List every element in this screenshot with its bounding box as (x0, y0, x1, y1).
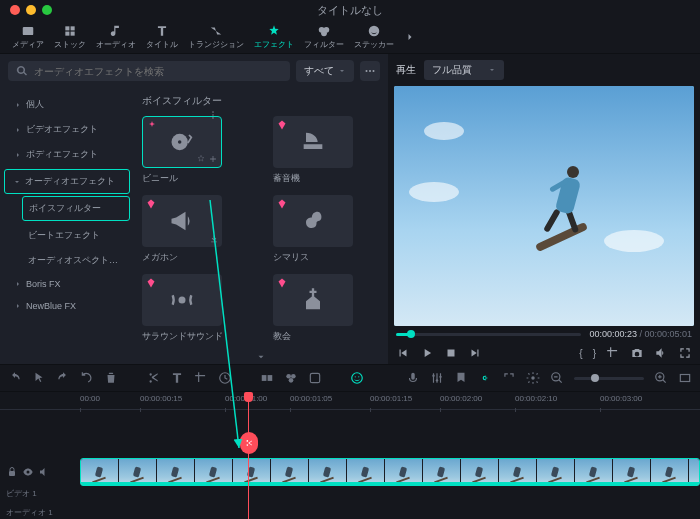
titlebar: タイトルなし (0, 0, 700, 20)
sidebar-item-personal[interactable]: 個人 (0, 92, 134, 117)
mark-out[interactable]: } (593, 348, 596, 359)
mic-icon[interactable] (406, 371, 420, 385)
diamond-badge-icon (276, 119, 288, 131)
sidebar-item-video-effect[interactable]: ビデオエフェクト (0, 117, 134, 142)
time-ruler[interactable]: 00:00 00:00:00:15 00:00:01:00 00:00:01:0… (0, 392, 700, 410)
marker-icon[interactable] (454, 371, 468, 385)
more-vert-icon[interactable] (208, 110, 218, 120)
tabs-more-icon[interactable] (404, 31, 416, 43)
effect-thumb-chipmunk[interactable]: シマリス (273, 195, 380, 264)
add-icon[interactable] (208, 154, 218, 164)
sparkle-badge-icon (146, 120, 158, 132)
star-icon[interactable] (196, 154, 206, 164)
tab-audio[interactable]: オーディオ (92, 22, 140, 52)
mixer-icon[interactable] (430, 371, 444, 385)
search-input[interactable] (34, 66, 282, 77)
svg-point-10 (375, 28, 377, 30)
filter-dropdown[interactable]: すべて (296, 60, 354, 82)
progress-bar[interactable]: 00:00:00:23 / 00:00:05:01 (394, 326, 694, 342)
color-icon[interactable] (284, 371, 298, 385)
close-window[interactable] (10, 5, 20, 15)
delete-icon[interactable] (104, 371, 118, 385)
tab-transition[interactable]: トランジション (184, 22, 248, 52)
church-icon (299, 286, 327, 314)
sidebar-item-beat-effect[interactable]: ビートエフェクト (0, 223, 134, 248)
eye-icon[interactable] (22, 466, 34, 478)
undo2-icon[interactable] (80, 371, 94, 385)
effect-thumb-gramophone[interactable]: 蓄音機 (273, 116, 380, 185)
svg-point-15 (178, 140, 182, 144)
split-handle[interactable] (240, 432, 258, 454)
more-options[interactable] (360, 61, 380, 81)
tab-filter[interactable]: フィルター (300, 22, 348, 52)
timeline[interactable]: 00:00 00:00:00:15 00:00:01:00 00:00:01:0… (0, 392, 700, 519)
next-frame-icon[interactable] (468, 346, 482, 360)
tab-stock[interactable]: ストック (50, 22, 90, 52)
link-icon[interactable] (478, 371, 492, 385)
zoom-out-icon[interactable] (550, 371, 564, 385)
sidebar-item-voice-filter[interactable]: ボイスフィルター (22, 196, 130, 221)
minimize-window[interactable] (26, 5, 36, 15)
effect-thumb-church[interactable]: 教会 (273, 274, 380, 343)
mark-in[interactable]: { (579, 348, 582, 359)
fit-icon[interactable] (678, 371, 692, 385)
settings-icon[interactable] (526, 371, 540, 385)
crop2-icon[interactable] (194, 371, 208, 385)
mute-icon[interactable] (38, 466, 50, 478)
pointer-icon[interactable] (32, 371, 46, 385)
download-icon[interactable] (209, 234, 219, 244)
fullscreen-icon[interactable] (678, 346, 692, 360)
expand-icon[interactable] (502, 371, 516, 385)
tab-media[interactable]: メディア (8, 22, 48, 52)
redo-icon[interactable] (56, 371, 70, 385)
text-icon[interactable] (170, 371, 184, 385)
lock-icon[interactable] (6, 466, 18, 478)
maximize-window[interactable] (42, 5, 52, 15)
search-input-wrap[interactable] (8, 61, 290, 81)
svg-rect-38 (9, 471, 15, 476)
scissors-icon[interactable] (146, 371, 160, 385)
sidebar-item-body-effect[interactable]: ボディエフェクト (0, 142, 134, 167)
crop-icon[interactable] (606, 346, 620, 360)
video-clip[interactable]: user guide (80, 458, 700, 486)
chevron-down-icon[interactable] (254, 352, 268, 362)
zoom-slider[interactable] (574, 377, 644, 380)
volume-icon[interactable] (654, 346, 668, 360)
svg-point-28 (352, 373, 363, 384)
vinyl-icon (168, 128, 196, 156)
svg-point-9 (371, 28, 373, 30)
smiley-icon[interactable] (350, 371, 364, 385)
snapshot-icon[interactable] (630, 346, 644, 360)
surround-icon (168, 286, 196, 314)
mask-icon[interactable] (308, 371, 322, 385)
stop-icon[interactable] (444, 346, 458, 360)
speed-icon[interactable] (218, 371, 232, 385)
player-controls: { } (394, 342, 694, 364)
video-track[interactable]: user guide (0, 456, 700, 488)
playhead[interactable] (248, 392, 249, 519)
effect-thumb-megaphone[interactable]: メガホン (142, 195, 249, 264)
tab-sticker[interactable]: ステッカー (350, 22, 398, 52)
tab-effect[interactable]: エフェクト (250, 22, 298, 52)
effect-thumb-vinyl[interactable]: ビニール (142, 116, 249, 185)
sidebar-item-newbluefx[interactable]: NewBlue FX (0, 295, 134, 317)
sidebar-item-borisfx[interactable]: Boris FX (0, 273, 134, 295)
group-icon[interactable] (260, 371, 274, 385)
tab-title[interactable]: タイトル (142, 22, 182, 52)
effect-thumb-surround[interactable]: サラウンドサウンド (142, 274, 249, 343)
svg-rect-1 (65, 26, 69, 30)
play-icon[interactable] (420, 346, 434, 360)
quality-dropdown[interactable]: フル品質 (424, 60, 504, 80)
prev-frame-icon[interactable] (396, 346, 410, 360)
zoom-in-icon[interactable] (654, 371, 668, 385)
sidebar-item-audio-spectrum[interactable]: オーディオスペクト… (0, 248, 134, 273)
chevron-right-icon (14, 280, 22, 288)
svg-point-32 (436, 379, 438, 381)
diamond-badge-icon (276, 198, 288, 210)
svg-rect-4 (71, 31, 75, 35)
video-preview[interactable] (394, 86, 694, 326)
sidebar-item-audio-effect[interactable]: オーディオエフェクト (4, 169, 130, 194)
svg-rect-20 (448, 350, 455, 357)
undo-icon[interactable] (8, 371, 22, 385)
preview-panel: 再生 フル品質 00:00:00:23 / 00:00:05:01 { } (388, 54, 700, 364)
